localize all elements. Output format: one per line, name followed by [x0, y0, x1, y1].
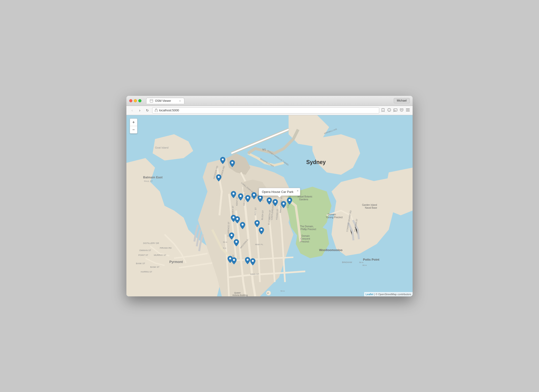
tab-title: OSM Viewer [155, 99, 171, 103]
url-bar[interactable]: localhost:5000 [152, 107, 379, 113]
svg-point-76 [233, 193, 234, 195]
svg-text:50 m: 50 m [359, 261, 363, 263]
svg-text:BANK ST: BANK ST [136, 262, 145, 265]
map-attribution: Leaflet | © OpenStreetMap contributors [364, 292, 413, 296]
svg-point-86 [236, 218, 238, 220]
user-menu-button[interactable]: Michael [394, 98, 410, 103]
svg-text:The Domain,: The Domain, [300, 225, 314, 228]
popup-text: Opera House Car Park [262, 190, 293, 194]
svg-text:M1: M1 [262, 148, 266, 151]
map-pin[interactable] [259, 227, 264, 234]
back-button[interactable]: ‹ [129, 108, 135, 113]
lock-icon [155, 108, 158, 112]
svg-text:POINT ST: POINT ST [138, 254, 148, 256]
map-pin[interactable] [258, 195, 263, 202]
svg-text:BANK ST: BANK ST [150, 266, 160, 268]
tab-bar: OSM Viewer × [146, 98, 392, 104]
popup-close-button[interactable]: × [297, 189, 299, 192]
svg-text:Crescent: Crescent [301, 237, 310, 240]
svg-text:Woolloomooloo: Woolloomooloo [319, 248, 342, 252]
bookmark-icon[interactable] [381, 108, 385, 113]
svg-text:50 m: 50 m [223, 241, 227, 243]
map-pin-opera-house[interactable] [281, 201, 286, 208]
svg-text:Phillip Precinct: Phillip Precinct [301, 228, 316, 231]
svg-point-85 [233, 217, 234, 218]
map-pin[interactable] [287, 197, 292, 205]
map-pin[interactable] [251, 192, 257, 199]
svg-point-79 [253, 194, 255, 196]
cast-icon[interactable] [394, 108, 397, 113]
svg-point-84 [289, 199, 290, 201]
map-pin[interactable] [231, 257, 237, 264]
svg-text:MURRAY ST: MURRAY ST [154, 254, 166, 256]
svg-text:PITT ST: PITT ST [254, 207, 257, 215]
svg-rect-8 [406, 111, 410, 111]
map-pin[interactable] [231, 191, 236, 198]
map-pin[interactable] [230, 160, 235, 167]
svg-text:OWMAN ST: OWMAN ST [139, 249, 151, 252]
svg-rect-7 [406, 110, 410, 110]
svg-text:Goat Island: Goat Island [155, 146, 168, 149]
svg-text:Domain: Domain [328, 213, 336, 216]
map-pin[interactable] [229, 232, 234, 240]
svg-text:KING ST: KING ST [250, 273, 259, 275]
zoom-in-button[interactable]: + [130, 119, 137, 126]
close-button[interactable] [129, 99, 132, 102]
map-pin[interactable] [240, 222, 245, 229]
svg-text:5 m: 5 m [223, 247, 226, 249]
svg-text:Precinct: Precinct [301, 240, 309, 243]
map-pin[interactable] [254, 220, 260, 227]
svg-point-88 [256, 222, 258, 224]
svg-text:Pyrmont: Pyrmont [169, 260, 183, 264]
map-pin[interactable] [216, 174, 221, 181]
svg-point-73 [222, 159, 224, 160]
svg-text:Sydney: Sydney [306, 159, 326, 165]
svg-text:BINGHAM: BINGHAM [342, 261, 352, 263]
forward-button[interactable]: › [137, 108, 143, 113]
zoom-out-button[interactable]: − [130, 126, 137, 133]
minimize-button[interactable] [134, 99, 137, 102]
map-pin[interactable] [267, 197, 272, 205]
svg-point-80 [259, 197, 261, 199]
map-pin[interactable] [234, 239, 239, 246]
leaflet-link[interactable]: Leaflet [366, 293, 373, 296]
map-container[interactable]: HICKSON RD HICKSON RD GEORGE ST KENT ST … [126, 115, 413, 296]
info-icon[interactable]: i [387, 108, 391, 113]
map-svg: HICKSON RD HICKSON RD GEORGE ST KENT ST … [126, 115, 413, 296]
url-text: localhost:5000 [159, 108, 179, 112]
map-pin[interactable] [273, 199, 278, 206]
reload-button[interactable]: ↻ [145, 108, 150, 113]
map-pin[interactable] [238, 193, 243, 201]
maximize-button[interactable] [138, 99, 141, 102]
svg-text:50 m: 50 m [280, 290, 285, 292]
svg-text:Yurong Precinct: Yurong Precinct [326, 216, 343, 219]
svg-point-94 [247, 259, 249, 261]
svg-point-92 [229, 258, 231, 259]
svg-point-93 [233, 259, 235, 261]
svg-text:Queen: Queen [234, 292, 241, 294]
svg-text:Domain: Domain [301, 235, 310, 237]
svg-text:Balmain East: Balmain East [143, 175, 163, 179]
svg-text:PAUL ST: PAUL ST [144, 180, 153, 182]
tab-favicon [150, 99, 153, 103]
map-pin[interactable] [245, 195, 250, 202]
map-pin[interactable] [235, 216, 240, 223]
map-popup: Opera House Car Park × [259, 188, 300, 196]
address-bar: ‹ › ↻ localhost:5000 i [126, 106, 413, 115]
map-pin[interactable] [245, 257, 250, 264]
svg-point-74 [231, 162, 233, 164]
svg-text:i: i [389, 109, 390, 111]
traffic-lights [129, 99, 141, 102]
svg-text:PIRAMA RD: PIRAMA RD [160, 247, 172, 249]
svg-text:DISTILLERY DR: DISTILLERY DR [143, 242, 159, 244]
osm-attribution: © OpenStreetMap contributors [376, 293, 411, 296]
toolbar-icons: i [381, 108, 410, 113]
svg-point-89 [260, 229, 262, 231]
map-pin[interactable] [220, 157, 225, 164]
menu-icon[interactable] [406, 108, 410, 113]
tab-close-button[interactable]: × [179, 99, 181, 102]
active-tab[interactable]: OSM Viewer × [146, 98, 184, 104]
pocket-icon[interactable] [400, 108, 404, 113]
svg-text:60 m: 60 m [363, 264, 367, 266]
map-pin[interactable] [250, 258, 255, 265]
